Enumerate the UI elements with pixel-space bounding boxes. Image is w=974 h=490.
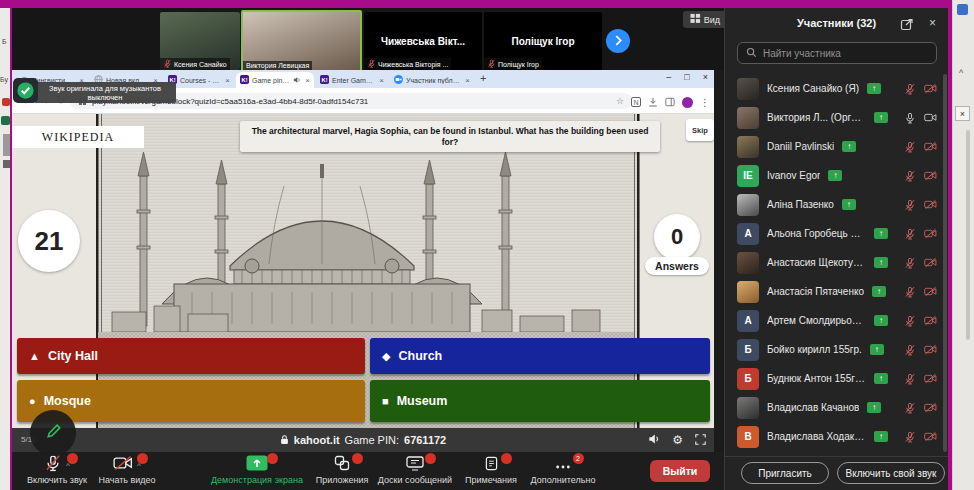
answer-option[interactable]: ▲ City Hall bbox=[17, 338, 365, 374]
participant-row[interactable]: Анастасия Щекотурова 155 ↑ bbox=[725, 248, 949, 277]
participant-row[interactable]: Daniil Pavlinski ↑ bbox=[725, 132, 949, 161]
sidebar-icon[interactable] bbox=[665, 93, 675, 111]
participant-row[interactable]: А Альона Горобець 125гр ↑ bbox=[725, 219, 949, 248]
annotation-pencil-button[interactable] bbox=[30, 410, 76, 456]
tab-close-icon[interactable]: × bbox=[465, 76, 470, 85]
video-tile[interactable]: Виктория Левицкая bbox=[241, 10, 362, 72]
settings-gear-icon[interactable]: ⚙ bbox=[672, 434, 683, 446]
profile-avatar[interactable] bbox=[682, 97, 693, 108]
tab-title: Участник публикации - Z bbox=[406, 77, 461, 84]
toolbar-item-label: Доски сообщений bbox=[368, 475, 462, 485]
mic-muted-icon bbox=[163, 59, 172, 69]
view-button[interactable]: Вид bbox=[683, 11, 727, 28]
menu-dots-icon[interactable]: ⋮ bbox=[700, 97, 710, 108]
participant-row[interactable]: А Артем Смолдирьов 155 ↑ bbox=[725, 306, 949, 335]
volume-icon[interactable] bbox=[648, 431, 660, 449]
answer-shape-icon: ▲ bbox=[29, 351, 40, 362]
background-fragment: Б bbox=[2, 38, 7, 45]
screen-share-badge: ↑ bbox=[872, 286, 886, 297]
translate-extension-icon[interactable]: N bbox=[631, 97, 641, 107]
notification-badge bbox=[425, 453, 436, 464]
tab-audio-icon[interactable] bbox=[293, 76, 301, 85]
mic-muted-icon bbox=[367, 59, 376, 69]
close-button[interactable]: × bbox=[703, 72, 708, 82]
minimize-button[interactable]: – bbox=[666, 72, 671, 82]
browser-tab[interactable]: K! Game pin: 6761172 - V × bbox=[236, 72, 314, 88]
browser-tab[interactable]: Участник публикации - Z × bbox=[390, 72, 474, 88]
toolbar-item[interactable]: ^ Демонстрация экрана bbox=[207, 456, 307, 485]
participant-name: Анастасия Щекотурова 155 bbox=[767, 257, 866, 268]
skip-button[interactable]: Skip bbox=[686, 119, 714, 141]
video-tile[interactable]: Ксения Санайко bbox=[160, 12, 240, 70]
screen-share-badge: ↑ bbox=[874, 315, 888, 326]
tab-title: Game pin: 6761172 - V bbox=[252, 77, 290, 84]
toolbar-item[interactable]: ^ Доски сообщений bbox=[368, 456, 462, 485]
participant-name: Владислав Качанов bbox=[767, 402, 859, 413]
panel-close-icon[interactable]: × bbox=[929, 16, 936, 30]
next-page-button[interactable] bbox=[606, 29, 630, 53]
participant-name: Daniil Pavlinski bbox=[767, 141, 834, 152]
answer-option[interactable]: ◆ Church bbox=[370, 338, 710, 374]
background-fragment bbox=[3, 134, 10, 156]
maximize-button[interactable]: □ bbox=[684, 72, 689, 82]
answer-option[interactable]: ■ Museum bbox=[370, 380, 710, 422]
camera-status-icon bbox=[924, 286, 937, 297]
participant-name: Виктория Л... (Организатор) bbox=[767, 112, 866, 123]
participant-row[interactable]: IE Ivanov Egor ↑ bbox=[725, 161, 949, 190]
new-tab-button[interactable]: + bbox=[480, 72, 486, 84]
fullscreen-icon[interactable] bbox=[695, 431, 706, 449]
participant-row[interactable]: Владислав Качанов ↑ bbox=[725, 393, 949, 422]
answer-shape-icon: ● bbox=[29, 396, 36, 407]
search-input[interactable]: Найти участника bbox=[737, 42, 937, 64]
leave-button[interactable]: Выйти bbox=[650, 460, 710, 482]
shield-check-icon bbox=[13, 78, 38, 103]
background-close-button[interactable]: × bbox=[955, 106, 970, 121]
chevron-right-icon bbox=[615, 34, 622, 49]
participant-row[interactable]: Виктория Л... (Организатор) ↑ bbox=[725, 103, 949, 132]
bookmark-star-icon[interactable]: ☆ bbox=[616, 96, 624, 106]
participant-row[interactable]: Б Буднюк Антон 155група ↑ bbox=[725, 364, 949, 393]
background-scrollbar[interactable] bbox=[966, 130, 970, 340]
video-tile[interactable]: Поліщук Ігор Поліщук Ігор bbox=[484, 12, 602, 70]
search-icon bbox=[746, 47, 757, 60]
toolbar-item[interactable]: ^ Включить звук bbox=[22, 456, 92, 485]
participant-row[interactable]: Аліна Пазенко ↑ bbox=[725, 190, 949, 219]
screen-share-badge: ↑ bbox=[874, 228, 888, 239]
participant-row[interactable]: В Владислава Ходаковська 115 ↑ bbox=[725, 422, 949, 451]
avatar: А bbox=[737, 223, 759, 245]
invite-button[interactable]: Пригласить bbox=[741, 462, 829, 484]
zoom-toolbar: ^ Включить звук ^ Начать видео ^ Демонст… bbox=[12, 452, 724, 490]
notification-badge bbox=[352, 453, 363, 464]
participants-scrollbar[interactable] bbox=[943, 74, 947, 452]
view-label: Вид bbox=[704, 15, 720, 25]
screen-share-badge: ↑ bbox=[874, 112, 888, 123]
mic-muted-icon bbox=[487, 59, 496, 69]
participant-name: Артем Смолдирьов 155 bbox=[767, 315, 866, 326]
kahoot-game-screen: WIKIPEDIA The architectural marvel, Hagi… bbox=[12, 114, 714, 428]
excel-icon bbox=[1, 116, 10, 125]
tab-close-icon[interactable]: × bbox=[379, 76, 384, 85]
video-tile[interactable]: Чижевська Вікт... Чижевська Вікторія ... bbox=[364, 12, 482, 70]
participant-row[interactable]: Ксения Санайко (Я) ↑ bbox=[725, 74, 949, 103]
avatar: Б bbox=[737, 368, 759, 390]
participant-row[interactable]: Б Бойко кирилл 155гр. ↑ bbox=[725, 335, 949, 364]
tab-close-icon[interactable]: × bbox=[225, 76, 230, 85]
participant-name: Аліна Пазенко bbox=[767, 199, 834, 210]
screen-share-badge: ↑ bbox=[874, 373, 888, 384]
browser-tab[interactable]: K! Enter Game PIN - Kahoot! × bbox=[316, 72, 388, 88]
wikipedia-watermark: WIKIPEDIA bbox=[12, 126, 144, 148]
toolbar-icon bbox=[555, 456, 571, 474]
popout-icon[interactable] bbox=[900, 17, 914, 31]
toolbar-item[interactable]: ^ Начать видео bbox=[92, 456, 162, 485]
toolbar-item[interactable]: ^ 2 Дополнительно bbox=[517, 456, 609, 485]
toolbar-icon bbox=[44, 454, 62, 476]
download-icon[interactable] bbox=[648, 93, 658, 111]
toolbar-icon bbox=[485, 456, 498, 475]
mic-status-icon bbox=[904, 112, 916, 124]
tab-close-icon[interactable]: × bbox=[305, 76, 310, 85]
participant-row[interactable]: Анастасія Пятаченко ↑ bbox=[725, 277, 949, 306]
mic-status-icon bbox=[904, 402, 916, 414]
unmute-self-button[interactable]: Включить свой звук bbox=[837, 462, 945, 484]
mic-status-icon bbox=[904, 315, 916, 327]
answer-label: Museum bbox=[397, 394, 448, 408]
